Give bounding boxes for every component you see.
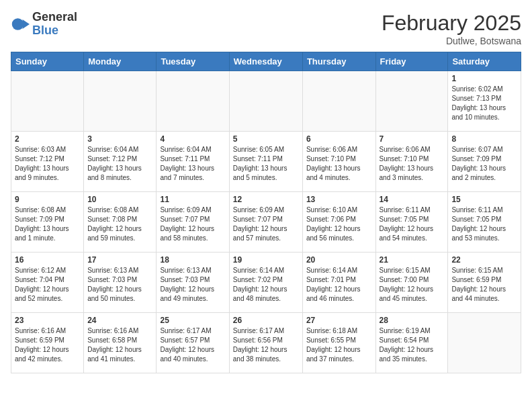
day-number: 12 [233, 195, 299, 204]
day-info: Sunrise: 6:11 AM Sunset: 7:05 PM Dayligh… [380, 205, 445, 243]
day-info: Sunrise: 6:04 AM Sunset: 7:12 PM Dayligh… [87, 145, 152, 183]
calendar-cell [84, 71, 157, 132]
day-info: Sunrise: 6:04 AM Sunset: 7:11 PM Dayligh… [160, 145, 225, 183]
day-of-week-header: Thursday [302, 52, 375, 71]
calendar-cell [375, 71, 448, 132]
day-number: 20 [306, 255, 372, 265]
day-info: Sunrise: 6:06 AM Sunset: 7:10 PM Dayligh… [306, 145, 372, 183]
title-section: February 2025 Dutlwe, Botswana [382, 11, 521, 46]
page-header: General Blue February 2025 Dutlwe, Botsw… [11, 11, 521, 46]
calendar-cell: 5Sunrise: 6:05 AM Sunset: 7:11 PM Daylig… [229, 132, 302, 192]
day-number: 1 [451, 74, 517, 83]
day-number: 7 [380, 134, 445, 144]
calendar-cell: 21Sunrise: 6:15 AM Sunset: 7:00 PM Dayli… [375, 253, 448, 313]
calendar-cell: 19Sunrise: 6:14 AM Sunset: 7:02 PM Dayli… [229, 253, 302, 313]
day-info: Sunrise: 6:10 AM Sunset: 7:06 PM Dayligh… [306, 205, 372, 243]
day-number: 13 [306, 195, 372, 204]
day-number: 18 [160, 255, 225, 265]
calendar-cell: 11Sunrise: 6:09 AM Sunset: 7:07 PM Dayli… [157, 192, 229, 253]
day-info: Sunrise: 6:13 AM Sunset: 7:03 PM Dayligh… [160, 266, 225, 304]
day-info: Sunrise: 6:08 AM Sunset: 7:08 PM Dayligh… [87, 205, 152, 243]
calendar-week-row: 2Sunrise: 6:03 AM Sunset: 7:12 PM Daylig… [11, 132, 521, 192]
day-number: 23 [15, 316, 80, 325]
day-number: 14 [380, 195, 445, 204]
calendar-cell: 28Sunrise: 6:19 AM Sunset: 6:54 PM Dayli… [375, 313, 448, 373]
day-of-week-header: Friday [375, 52, 448, 71]
day-number: 4 [160, 134, 225, 144]
calendar-header-row: SundayMondayTuesdayWednesdayThursdayFrid… [11, 52, 521, 71]
logo: General Blue [11, 11, 77, 38]
day-info: Sunrise: 6:15 AM Sunset: 7:00 PM Dayligh… [380, 266, 445, 304]
month-title: February 2025 [382, 11, 521, 36]
day-of-week-header: Sunday [11, 52, 84, 71]
calendar-cell: 26Sunrise: 6:17 AM Sunset: 6:56 PM Dayli… [229, 313, 302, 373]
day-info: Sunrise: 6:19 AM Sunset: 6:54 PM Dayligh… [380, 326, 445, 364]
day-info: Sunrise: 6:12 AM Sunset: 7:04 PM Dayligh… [15, 266, 80, 304]
calendar-cell: 27Sunrise: 6:18 AM Sunset: 6:55 PM Dayli… [302, 313, 375, 373]
day-info: Sunrise: 6:09 AM Sunset: 7:07 PM Dayligh… [233, 205, 299, 243]
day-info: Sunrise: 6:18 AM Sunset: 6:55 PM Dayligh… [306, 326, 372, 364]
day-number: 16 [15, 255, 80, 265]
calendar-week-row: 9Sunrise: 6:08 AM Sunset: 7:09 PM Daylig… [11, 192, 521, 253]
day-info: Sunrise: 6:14 AM Sunset: 7:01 PM Dayligh… [306, 266, 372, 304]
calendar-cell: 22Sunrise: 6:15 AM Sunset: 6:59 PM Dayli… [448, 253, 521, 313]
logo-text: General Blue [32, 11, 77, 38]
calendar-cell: 12Sunrise: 6:09 AM Sunset: 7:07 PM Dayli… [229, 192, 302, 253]
calendar-table: SundayMondayTuesdayWednesdayThursdayFrid… [11, 52, 521, 373]
day-number: 10 [87, 195, 152, 204]
day-number: 24 [87, 316, 152, 325]
calendar-cell: 9Sunrise: 6:08 AM Sunset: 7:09 PM Daylig… [11, 192, 84, 253]
day-number: 28 [380, 316, 445, 325]
svg-marker-1 [23, 19, 30, 29]
day-number: 15 [451, 195, 517, 204]
day-info: Sunrise: 6:15 AM Sunset: 6:59 PM Dayligh… [451, 266, 517, 304]
calendar-cell: 16Sunrise: 6:12 AM Sunset: 7:04 PM Dayli… [11, 253, 84, 313]
day-of-week-header: Wednesday [229, 52, 302, 71]
day-info: Sunrise: 6:17 AM Sunset: 6:56 PM Dayligh… [233, 326, 299, 364]
day-info: Sunrise: 6:08 AM Sunset: 7:09 PM Dayligh… [15, 205, 80, 243]
location: Dutlwe, Botswana [382, 36, 521, 46]
calendar-cell: 4Sunrise: 6:04 AM Sunset: 7:11 PM Daylig… [157, 132, 229, 192]
day-of-week-header: Tuesday [157, 52, 229, 71]
day-number: 8 [451, 134, 517, 144]
calendar-cell: 10Sunrise: 6:08 AM Sunset: 7:08 PM Dayli… [84, 192, 157, 253]
logo-blue: Blue [32, 24, 77, 38]
day-number: 5 [233, 134, 299, 144]
calendar-cell: 17Sunrise: 6:13 AM Sunset: 7:03 PM Dayli… [84, 253, 157, 313]
calendar-cell: 24Sunrise: 6:16 AM Sunset: 6:58 PM Dayli… [84, 313, 157, 373]
logo-general: General [32, 11, 77, 24]
calendar-cell: 14Sunrise: 6:11 AM Sunset: 7:05 PM Dayli… [375, 192, 448, 253]
day-number: 25 [160, 316, 225, 325]
calendar-cell [448, 313, 521, 373]
calendar-cell: 25Sunrise: 6:17 AM Sunset: 6:57 PM Dayli… [157, 313, 229, 373]
calendar-cell [302, 71, 375, 132]
calendar-cell: 6Sunrise: 6:06 AM Sunset: 7:10 PM Daylig… [302, 132, 375, 192]
calendar-cell: 20Sunrise: 6:14 AM Sunset: 7:01 PM Dayli… [302, 253, 375, 313]
day-of-week-header: Saturday [448, 52, 521, 71]
calendar-week-row: 1Sunrise: 6:02 AM Sunset: 7:13 PM Daylig… [11, 71, 521, 132]
day-info: Sunrise: 6:16 AM Sunset: 6:58 PM Dayligh… [87, 326, 152, 364]
day-number: 22 [451, 255, 517, 265]
calendar-cell [157, 71, 229, 132]
calendar-cell: 13Sunrise: 6:10 AM Sunset: 7:06 PM Dayli… [302, 192, 375, 253]
calendar-week-row: 23Sunrise: 6:16 AM Sunset: 6:59 PM Dayli… [11, 313, 521, 373]
calendar-cell [11, 71, 84, 132]
day-of-week-header: Monday [84, 52, 157, 71]
day-number: 21 [380, 255, 445, 265]
calendar-cell: 1Sunrise: 6:02 AM Sunset: 7:13 PM Daylig… [448, 71, 521, 132]
day-number: 26 [233, 316, 299, 325]
day-info: Sunrise: 6:05 AM Sunset: 7:11 PM Dayligh… [233, 145, 299, 183]
day-number: 19 [233, 255, 299, 265]
calendar-cell: 15Sunrise: 6:11 AM Sunset: 7:05 PM Dayli… [448, 192, 521, 253]
day-number: 2 [15, 134, 80, 144]
day-info: Sunrise: 6:11 AM Sunset: 7:05 PM Dayligh… [451, 205, 517, 243]
day-number: 3 [87, 134, 152, 144]
calendar-cell: 7Sunrise: 6:06 AM Sunset: 7:10 PM Daylig… [375, 132, 448, 192]
day-info: Sunrise: 6:03 AM Sunset: 7:12 PM Dayligh… [15, 145, 80, 183]
day-number: 6 [306, 134, 372, 144]
day-number: 11 [160, 195, 225, 204]
day-info: Sunrise: 6:02 AM Sunset: 7:13 PM Dayligh… [451, 85, 517, 122]
calendar-cell: 2Sunrise: 6:03 AM Sunset: 7:12 PM Daylig… [11, 132, 84, 192]
calendar-cell: 23Sunrise: 6:16 AM Sunset: 6:59 PM Dayli… [11, 313, 84, 373]
day-info: Sunrise: 6:07 AM Sunset: 7:09 PM Dayligh… [451, 145, 517, 183]
